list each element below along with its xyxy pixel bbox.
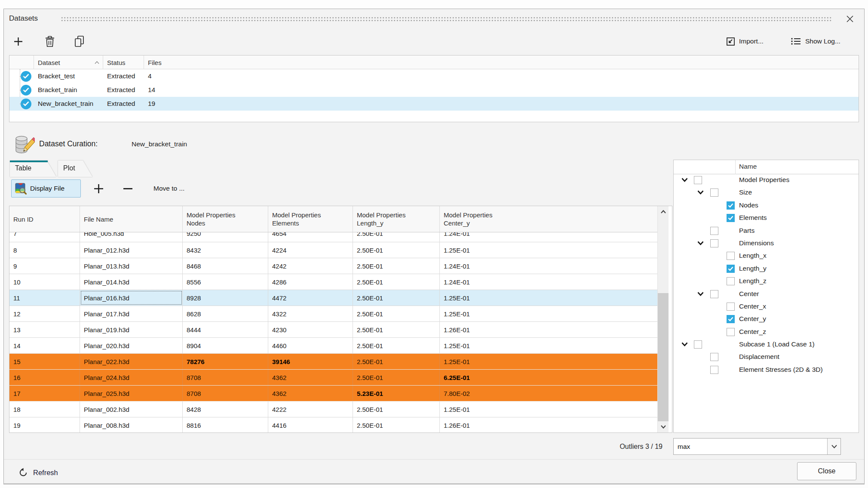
run-row[interactable]: 9Planar_013.h3d846842422.50E-011.24E-01 — [9, 258, 657, 274]
chevron-down-icon[interactable] — [681, 178, 689, 184]
run-cell-length-y[interactable]: 2.50E-01 — [353, 274, 440, 290]
run-cell-elements[interactable]: 4362 — [268, 370, 353, 385]
run-row-outlier[interactable]: 15Planar_022.h3d78276391462.50E-011.25E-… — [9, 354, 657, 370]
run-cell-run-id[interactable]: 9 — [9, 258, 80, 274]
run-cell-length-y[interactable]: 2.50E-01 — [353, 258, 440, 274]
chevron-down-icon[interactable] — [697, 190, 705, 196]
run-row[interactable]: 19Planar_008.h3d881644162.50E-011.26E-01 — [9, 417, 657, 432]
checkbox-unchecked[interactable] — [727, 303, 735, 311]
run-cell-center-y[interactable]: 1.24E-01 — [440, 232, 657, 242]
close-icon[interactable] — [845, 14, 855, 24]
close-button[interactable]: Close — [797, 462, 856, 480]
import-button[interactable]: Import... — [726, 34, 764, 49]
run-cell-elements[interactable]: 4472 — [268, 290, 353, 306]
run-cell-file-name[interactable]: Planar_024.h3d — [80, 370, 183, 385]
run-cell-file-name[interactable]: Planar_025.h3d — [80, 386, 183, 401]
run-cell-elements[interactable]: 4322 — [268, 306, 353, 321]
run-cell-elements[interactable]: 4222 — [268, 402, 353, 417]
run-cell-center-y[interactable]: 1.25E-01 — [440, 402, 657, 417]
dataset-row[interactable]: New_bracket_trainExtracted19 — [9, 97, 859, 111]
run-cell-center-y[interactable]: 1.24E-01 — [440, 258, 657, 274]
run-cell-file-name[interactable]: Planar_013.h3d — [80, 258, 183, 274]
run-cell-elements[interactable]: 4230 — [268, 322, 353, 337]
run-cell-length-y[interactable]: 2.50E-01 — [353, 402, 440, 417]
run-cell-file-name[interactable]: Planar_016.h3d — [80, 290, 183, 306]
run-table-column-header[interactable]: File Name — [80, 206, 183, 232]
run-cell-nodes[interactable]: 8708 — [183, 386, 268, 401]
run-cell-run-id[interactable]: 7 — [9, 232, 80, 242]
show-log-button[interactable]: Show Log... — [791, 34, 840, 49]
run-cell-elements[interactable]: 4242 — [268, 258, 353, 274]
run-cell-length-y[interactable]: 2.50E-01 — [353, 370, 440, 385]
tab-plot[interactable]: Plot — [58, 161, 92, 177]
checkbox-unchecked[interactable] — [710, 366, 718, 374]
run-cell-length-y[interactable]: 2.50E-01 — [353, 338, 440, 353]
run-cell-length-y[interactable]: 2.50E-01 — [353, 417, 440, 432]
run-cell-center-y[interactable]: 7.80E-02 — [440, 386, 657, 401]
run-cell-nodes[interactable]: 8928 — [183, 290, 268, 306]
chevron-down-icon[interactable] — [697, 292, 705, 298]
run-cell-run-id[interactable]: 15 — [9, 354, 80, 369]
run-cell-run-id[interactable]: 10 — [9, 274, 80, 290]
run-table-column-header[interactable]: Model PropertiesElements — [268, 206, 353, 232]
run-cell-file-name[interactable]: Planar_002.h3d — [80, 402, 183, 417]
run-table-column-header[interactable]: Model PropertiesCenter_y — [440, 206, 657, 232]
dropdown-arrow-button[interactable] — [827, 439, 840, 454]
run-cell-file-name[interactable]: Planar_019.h3d — [80, 322, 183, 337]
run-cell-nodes[interactable]: 9250 — [183, 232, 268, 242]
run-row[interactable]: 11Planar_016.h3d892844722.50E-011.25E-01 — [9, 290, 657, 306]
run-cell-length-y[interactable]: 2.50E-01 — [353, 232, 440, 242]
run-cell-file-name[interactable]: Planar_008.h3d — [80, 417, 183, 432]
run-cell-nodes[interactable]: 78276 — [183, 354, 268, 369]
run-cell-elements[interactable]: 39146 — [268, 354, 353, 369]
scroll-down-icon[interactable] — [658, 421, 669, 432]
run-cell-nodes[interactable]: 8468 — [183, 258, 268, 274]
add-run-button[interactable] — [90, 180, 107, 197]
add-dataset-button[interactable] — [10, 33, 26, 49]
dataset-column-header[interactable]: Dataset — [34, 56, 103, 69]
run-row[interactable]: 10Planar_014.h3d855642862.50E-011.24E-01 — [9, 274, 657, 290]
run-cell-file-name[interactable]: Planar_014.h3d — [80, 274, 183, 290]
checkbox-unchecked[interactable] — [710, 188, 718, 197]
run-row[interactable]: 12Planar_017.h3d862843222.50E-011.25E-01 — [9, 306, 657, 322]
run-cell-length-y[interactable]: 5.23E-01 — [353, 386, 440, 401]
display-file-button[interactable]: Display File — [11, 179, 81, 198]
dataset-row[interactable]: Bracket_trainExtracted14 — [9, 83, 859, 97]
run-cell-elements[interactable]: 4224 — [268, 242, 353, 258]
status-column-header[interactable]: Status — [103, 56, 144, 69]
move-to-button[interactable]: Move to ... — [149, 180, 189, 197]
delete-dataset-button[interactable] — [42, 33, 58, 49]
run-cell-center-y[interactable]: 1.25E-01 — [440, 354, 657, 369]
checkbox-unchecked[interactable] — [710, 239, 718, 247]
run-cell-nodes[interactable]: 8904 — [183, 338, 268, 353]
run-cell-nodes[interactable]: 8428 — [183, 402, 268, 417]
run-cell-nodes[interactable]: 8432 — [183, 242, 268, 258]
run-row-outlier[interactable]: 17Planar_025.h3d870843625.23E-017.80E-02 — [9, 386, 657, 402]
run-cell-file-name[interactable]: Planar_022.h3d — [80, 354, 183, 369]
run-cell-elements[interactable]: 4460 — [268, 338, 353, 353]
chevron-down-icon[interactable] — [697, 241, 705, 247]
checkbox-checked[interactable] — [727, 201, 735, 210]
run-cell-run-id[interactable]: 8 — [9, 242, 80, 258]
duplicate-dataset-button[interactable] — [71, 33, 87, 49]
run-cell-nodes[interactable]: 8708 — [183, 370, 268, 385]
run-row[interactable]: 18Planar_002.h3d842842222.50E-011.25E-01 — [9, 402, 657, 417]
run-cell-run-id[interactable]: 14 — [9, 338, 80, 353]
run-cell-center-y[interactable]: 1.25E-01 — [440, 338, 657, 353]
refresh-button[interactable]: Refresh — [18, 465, 58, 480]
run-cell-center-y[interactable]: 1.25E-01 — [440, 290, 657, 306]
run-row[interactable]: 7Hole_005.h3d925046542.50E-011.24E-01 — [9, 232, 657, 242]
checkbox-checked[interactable] — [727, 265, 735, 273]
checkbox-checked[interactable] — [727, 315, 735, 323]
checkbox-unchecked[interactable] — [694, 340, 702, 349]
tab-table[interactable]: Table — [10, 161, 56, 177]
run-cell-file-name[interactable]: Planar_017.h3d — [80, 306, 183, 321]
run-cell-length-y[interactable]: 2.50E-01 — [353, 306, 440, 321]
run-cell-length-y[interactable]: 2.50E-01 — [353, 322, 440, 337]
run-cell-length-y[interactable]: 2.50E-01 — [353, 354, 440, 369]
run-cell-run-id[interactable]: 19 — [9, 417, 80, 432]
run-cell-run-id[interactable]: 13 — [9, 322, 80, 337]
run-cell-length-y[interactable]: 2.50E-01 — [353, 242, 440, 258]
checkbox-unchecked[interactable] — [710, 227, 718, 235]
run-cell-elements[interactable]: 4286 — [268, 274, 353, 290]
